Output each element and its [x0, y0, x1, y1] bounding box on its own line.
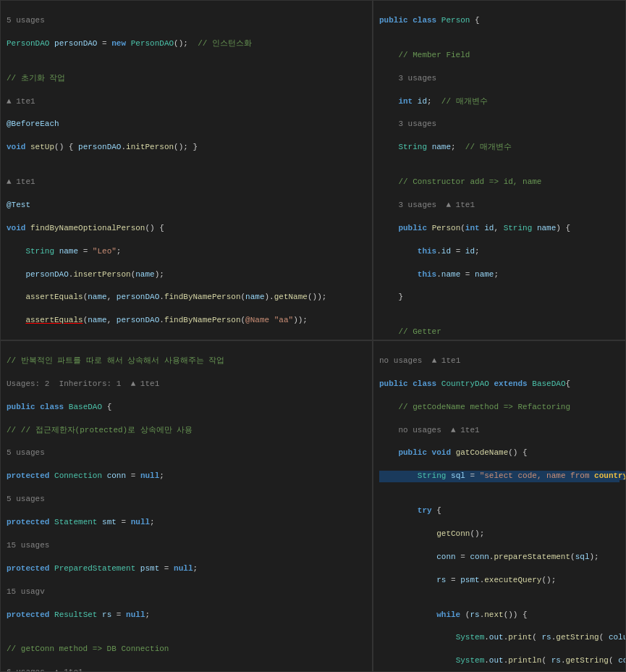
- panel-top-right: public class Person { // Member Field 3 …: [373, 0, 626, 340]
- code-bottom-right[interactable]: no usages ▲ 1te1 public class CountryDAO…: [373, 341, 625, 671]
- code-bottom-left[interactable]: // 반복적인 파트를 따로 해서 상속해서 사용해주는 작업 Usages: …: [1, 341, 372, 671]
- code-top-right[interactable]: public class Person { // Member Field 3 …: [373, 1, 625, 340]
- panel-top-left: 5 usages PersonDAO personDAO = new Perso…: [0, 0, 373, 340]
- panel-bottom-right: no usages ▲ 1te1 public class CountryDAO…: [373, 340, 626, 672]
- code-top-left[interactable]: 5 usages PersonDAO personDAO = new Perso…: [1, 1, 372, 340]
- panel-bottom-left: // 반복적인 파트를 따로 해서 상속해서 사용해주는 작업 Usages: …: [0, 340, 373, 672]
- ide-window: 5 usages PersonDAO personDAO = new Perso…: [0, 0, 626, 672]
